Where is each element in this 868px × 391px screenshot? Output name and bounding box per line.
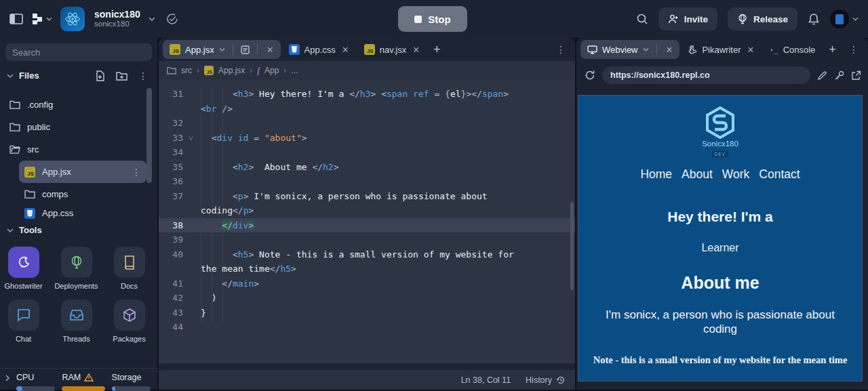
jsx-file-icon: JS	[364, 44, 375, 55]
code-line[interactable]: 43}	[159, 306, 575, 321]
panel-options-kebab-icon[interactable]: ⋮	[844, 45, 864, 54]
panel-tab-strip: Webview ✕ Pikawriter ✕ ›_ Console + ⋮	[576, 38, 868, 61]
open-external-icon[interactable]	[851, 70, 861, 81]
code-line[interactable]: 34	[159, 145, 575, 160]
files-scrollbar[interactable]	[146, 88, 152, 183]
editor-scrollbar[interactable]	[570, 202, 574, 290]
search-input[interactable]	[5, 43, 152, 61]
files-section-header[interactable]: Files	[7, 70, 39, 81]
code-line[interactable]: 31 <h3> Hey there! I'm a </h3> <span ref…	[159, 87, 575, 102]
url-input[interactable]	[602, 66, 810, 84]
editor-status-bar: Ln 38, Col 11 History	[159, 370, 575, 390]
close-tab-icon[interactable]: ✕	[342, 45, 349, 55]
tab-pikawriter[interactable]: Pikawriter ✕	[681, 40, 761, 59]
close-tab-icon[interactable]: ✕	[747, 45, 755, 55]
project-menu-chevron-icon[interactable]	[149, 17, 155, 21]
tab-console[interactable]: ›_ Console	[762, 40, 822, 59]
site-nav: Home About Work Contact	[578, 167, 862, 182]
tool-chat[interactable]: Chat	[7, 300, 40, 343]
jsx-file-icon: JS	[204, 66, 214, 75]
project-react-icon	[60, 7, 85, 31]
account-menu[interactable]	[830, 9, 859, 28]
site-nav-about[interactable]: About	[682, 167, 713, 182]
search-icon[interactable]	[636, 13, 648, 25]
storage-bar	[112, 386, 151, 391]
tab-webview[interactable]: Webview ✕	[580, 40, 679, 59]
code-line[interactable]: 44	[159, 320, 575, 335]
tab-appcss[interactable]: App.css ✕	[282, 40, 356, 59]
history-button[interactable]: History	[526, 375, 566, 385]
files-menu-kebab-icon[interactable]: ⋮	[138, 71, 148, 81]
close-tab-icon[interactable]: ✕	[267, 45, 274, 55]
refresh-icon[interactable]	[585, 70, 595, 81]
css-file-icon	[289, 44, 300, 55]
stop-button[interactable]: Stop	[398, 6, 467, 32]
code-line[interactable]: 42 )	[159, 291, 575, 306]
new-tab-icon[interactable]: +	[428, 43, 446, 57]
cpu-meter: CPU	[16, 373, 55, 391]
folder-icon	[167, 66, 176, 75]
file-row-public[interactable]: public	[4, 116, 146, 138]
tool-threads[interactable]: Threads	[60, 300, 93, 343]
tools-section-header[interactable]: Tools	[7, 225, 42, 235]
tab-navjsx[interactable]: JS nav.jsx ✕	[357, 40, 427, 59]
cpu-bar	[16, 386, 55, 391]
code-line[interactable]: 37 <p> I'm sonicx, a person who is passi…	[159, 189, 575, 204]
avatar	[830, 9, 849, 28]
code-line[interactable]: 39	[159, 232, 575, 247]
project-title-block[interactable]: sonicx180 sonicx180	[94, 9, 140, 28]
site-nav-home[interactable]: Home	[640, 167, 672, 182]
resources-expand-chevron-icon[interactable]	[5, 375, 9, 382]
code-line[interactable]: 32	[159, 116, 575, 131]
file-outline-icon[interactable]	[241, 45, 250, 54]
code-line[interactable]: 33˅ <div id = "about">	[159, 131, 575, 146]
replit-logo-icon[interactable]	[31, 13, 52, 25]
code-line[interactable]: the mean time</h5>	[159, 262, 575, 276]
editor-options-kebab-icon[interactable]: ⋮	[551, 45, 571, 54]
code-line[interactable]: 36	[159, 174, 575, 189]
code-line[interactable]: coding</p>	[159, 203, 575, 218]
new-tab-icon[interactable]: +	[823, 43, 842, 57]
invite-button[interactable]: Invite	[658, 7, 717, 30]
tool-ghostwriter[interactable]: Ghostwriter	[7, 247, 40, 290]
release-button[interactable]: Release	[728, 7, 797, 30]
sidebar-toggle-icon[interactable]	[9, 14, 23, 24]
file-row-appcss[interactable]: App.css	[19, 205, 146, 223]
code-line[interactable]: 40 <h5> Note - this is a small version o…	[159, 247, 575, 262]
jsx-file-icon: JS	[24, 167, 35, 178]
breadcrumb[interactable]: src › JS App.jsx › f App › ...	[159, 61, 575, 80]
site-nav-work[interactable]: Work	[722, 167, 750, 182]
tool-docs[interactable]: Docs	[113, 247, 146, 290]
site-heading: Hey there! I'm a	[578, 209, 862, 225]
folder-icon	[24, 190, 35, 199]
tool-packages[interactable]: Packages	[113, 300, 146, 343]
webview-url-row	[576, 61, 868, 89]
site-logo-text: Sonicx180	[578, 140, 862, 148]
file-row-appjsx[interactable]: JS App.jsx ⋮	[19, 161, 146, 183]
history-icon	[556, 375, 566, 385]
file-row-src[interactable]: src	[4, 138, 146, 161]
storage-meter: Storage	[112, 373, 151, 391]
webview-frame[interactable]: Sonicx180 DEV Home About Work Contact He…	[578, 95, 863, 382]
devtools-key-icon[interactable]	[834, 70, 844, 81]
tab-appjsx[interactable]: JS App.jsx ✕	[163, 40, 281, 59]
site-nav-contact[interactable]: Contact	[759, 167, 800, 182]
new-file-icon[interactable]	[95, 70, 105, 81]
threads-icon	[61, 300, 92, 331]
tool-deployments[interactable]: Deployments	[60, 247, 93, 290]
close-tab-icon[interactable]: ✕	[666, 45, 673, 55]
code-line[interactable]: 41 </main>	[159, 276, 575, 291]
file-row-comps[interactable]: comps	[19, 183, 146, 205]
file-row-config[interactable]: .config	[4, 94, 146, 116]
site-note: Note - this is a small version of my web…	[578, 354, 862, 366]
code-line[interactable]: 35 <h2> About me </h2>	[159, 160, 575, 175]
close-tab-icon[interactable]: ✕	[412, 45, 420, 55]
code-editor[interactable]: 31 <h3> Hey there! I'm a </h3> <span ref…	[159, 80, 575, 363]
file-menu-kebab-icon[interactable]: ⋮	[132, 167, 141, 177]
new-folder-icon[interactable]	[116, 71, 127, 81]
edit-pencil-icon[interactable]	[817, 70, 827, 81]
code-line[interactable]: 38 </div>	[159, 218, 575, 233]
code-line[interactable]: <br />	[159, 102, 575, 117]
notifications-bell-icon[interactable]	[808, 13, 820, 26]
fold-chevron-icon[interactable]: ˅	[189, 131, 193, 146]
